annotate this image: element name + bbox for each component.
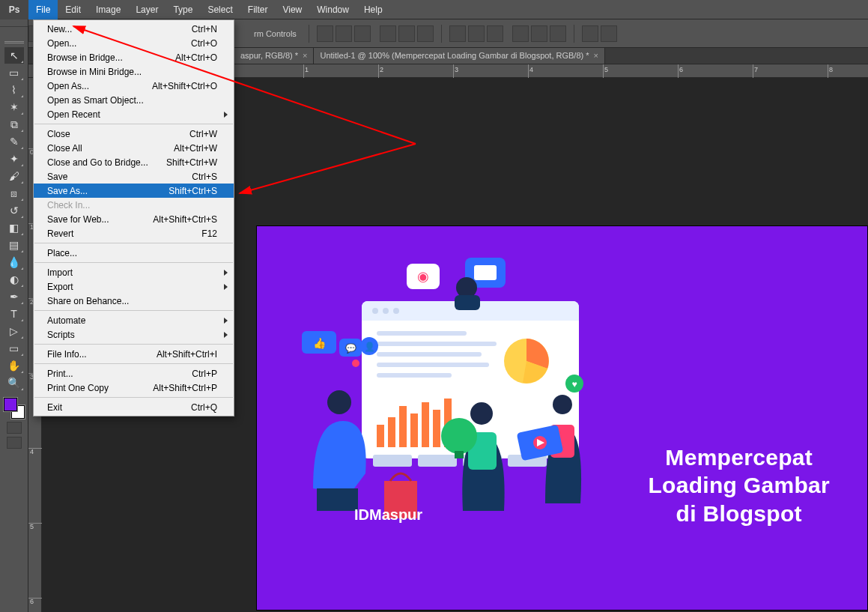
menu-item-import[interactable]: Import bbox=[34, 265, 234, 279]
pen-tool[interactable]: ✒ bbox=[4, 288, 24, 305]
svg-rect-9 bbox=[377, 363, 489, 367]
distribute-icon[interactable] bbox=[512, 25, 529, 42]
lasso-tool[interactable]: ⌇ bbox=[4, 82, 24, 98]
eraser-tool[interactable]: ◧ bbox=[4, 219, 24, 236]
dodge-tool[interactable]: ◐ bbox=[4, 271, 24, 288]
align-center-h-icon[interactable] bbox=[336, 25, 352, 42]
menu-item-new[interactable]: New...Ctrl+N bbox=[34, 22, 234, 36]
align-right-icon[interactable] bbox=[354, 25, 371, 42]
file-menu-dropdown[interactable]: New...Ctrl+NOpen...Ctrl+OBrowse in Bridg… bbox=[33, 19, 234, 416]
menu-image[interactable]: Image bbox=[88, 0, 128, 19]
quick-mask-button[interactable] bbox=[7, 422, 22, 434]
menu-separator bbox=[34, 363, 233, 364]
toolbox: ↖▭⌇✶⧉✎✦🖌⧇↺◧▤💧◐✒T▷▭✋🔍 bbox=[0, 19, 28, 612]
eyedropper-tool[interactable]: ✎ bbox=[4, 133, 24, 150]
menu-item-file-info[interactable]: File Info...Alt+Shift+Ctrl+I bbox=[34, 347, 234, 361]
flyout-triangle-icon bbox=[21, 95, 23, 97]
menu-item-save-for-web[interactable]: Save for Web...Alt+Shift+Ctrl+S bbox=[34, 212, 234, 226]
distribute-icon[interactable] bbox=[449, 25, 466, 42]
hand-tool[interactable]: ✋ bbox=[4, 357, 24, 374]
marquee-tool[interactable]: ▭ bbox=[4, 64, 24, 81]
menu-item-open-recent[interactable]: Open Recent bbox=[34, 107, 234, 121]
svg-rect-26 bbox=[474, 265, 497, 280]
menu-item-open[interactable]: Open...Ctrl+O bbox=[34, 36, 234, 50]
flyout-triangle-icon bbox=[21, 112, 23, 115]
menu-item-scripts[interactable]: Scripts bbox=[34, 327, 234, 342]
color-swatches[interactable] bbox=[4, 398, 25, 419]
distribute-icon[interactable] bbox=[487, 25, 503, 42]
menu-filter[interactable]: Filter bbox=[240, 0, 276, 19]
menu-file[interactable]: File bbox=[28, 0, 58, 19]
screen-mode-button[interactable] bbox=[7, 437, 22, 449]
shape-tool[interactable]: ▭ bbox=[4, 340, 24, 357]
menu-type[interactable]: Type bbox=[166, 0, 200, 19]
history-brush-tool[interactable]: ↺ bbox=[4, 202, 24, 219]
menu-item-label: Check In... bbox=[47, 200, 90, 210]
document-tab[interactable]: Untitled-1 @ 100% (Mempercepat Loading G… bbox=[314, 48, 605, 64]
menu-item-label: Share on Behance... bbox=[47, 296, 129, 306]
align-center-v-icon[interactable] bbox=[398, 25, 415, 42]
menu-item-open-as-smart-object[interactable]: Open as Smart Object... bbox=[34, 93, 234, 107]
menu-help[interactable]: Help bbox=[356, 0, 390, 19]
menu-item-export[interactable]: Export bbox=[34, 279, 234, 294]
menu-item-accelerator: Shift+Ctrl+S bbox=[169, 186, 217, 196]
menu-item-automate[interactable]: Automate bbox=[34, 313, 234, 327]
menu-item-close[interactable]: CloseCtrl+W bbox=[34, 127, 234, 141]
menu-item-save-as[interactable]: Save As...Shift+Ctrl+S bbox=[34, 184, 234, 198]
distribute-icon[interactable] bbox=[550, 25, 566, 42]
menu-item-browse-in-mini-bridge[interactable]: Browse in Mini Bridge... bbox=[34, 64, 234, 79]
distribute-icon[interactable] bbox=[468, 25, 485, 42]
menu-item-place[interactable]: Place... bbox=[34, 246, 234, 260]
menu-separator bbox=[34, 262, 233, 263]
menu-item-share-on-behance[interactable]: Share on Behance... bbox=[34, 294, 234, 308]
move-tool[interactable]: ↖ bbox=[4, 47, 24, 64]
separator bbox=[309, 25, 309, 43]
gradient-tool[interactable]: ▤ bbox=[4, 237, 24, 253]
menu-layer[interactable]: Layer bbox=[128, 0, 166, 19]
svg-point-42 bbox=[456, 277, 477, 298]
menu-item-close-all[interactable]: Close AllAlt+Ctrl+W bbox=[34, 141, 234, 155]
menu-view[interactable]: View bbox=[275, 0, 309, 19]
svg-point-49 bbox=[352, 360, 359, 367]
menu-item-exit[interactable]: ExitCtrl+Q bbox=[34, 400, 234, 414]
clone-stamp-tool[interactable]: ⧇ bbox=[4, 185, 24, 202]
svg-rect-17 bbox=[433, 410, 440, 447]
close-icon[interactable]: × bbox=[303, 51, 307, 60]
type-tool[interactable]: T bbox=[4, 306, 24, 322]
arrange-icon[interactable] bbox=[601, 25, 617, 42]
menu-item-print-one-copy[interactable]: Print One CopyAlt+Shift+Ctrl+P bbox=[34, 381, 234, 395]
align-bottom-icon[interactable] bbox=[417, 25, 434, 42]
blur-tool[interactable]: 💧 bbox=[4, 254, 24, 270]
crop-tool[interactable]: ⧉ bbox=[4, 116, 24, 133]
brush-tool[interactable]: 🖌 bbox=[4, 168, 24, 184]
menu-select[interactable]: Select bbox=[200, 0, 240, 19]
menu-item-save[interactable]: SaveCtrl+S bbox=[34, 169, 234, 184]
magic-wand-tool[interactable]: ✶ bbox=[4, 99, 24, 115]
menu-item-open-as[interactable]: Open As...Alt+Shift+Ctrl+O bbox=[34, 79, 234, 93]
menu-window[interactable]: Window bbox=[309, 0, 356, 19]
zoom-tool[interactable]: 🔍 bbox=[4, 375, 24, 391]
menu-item-label: Close All bbox=[47, 143, 82, 154]
close-icon[interactable]: × bbox=[594, 51, 598, 60]
healing-brush-tool[interactable]: ✦ bbox=[4, 151, 24, 167]
align-left-icon[interactable] bbox=[317, 25, 333, 42]
flyout-triangle-icon bbox=[21, 250, 23, 252]
document-tab[interactable]: aspur, RGB/8) * × bbox=[234, 48, 314, 64]
flyout-triangle-icon bbox=[21, 302, 23, 304]
panel-grip[interactable] bbox=[0, 19, 28, 27]
tool-icon: ⧉ bbox=[10, 118, 18, 131]
menu-item-close-and-go-to-bridge[interactable]: Close and Go to Bridge...Shift+Ctrl+W bbox=[34, 155, 234, 169]
path-selection-tool[interactable]: ▷ bbox=[4, 323, 24, 339]
artboard[interactable]: ◉ 👍 💬 👤 ♥ bbox=[257, 226, 867, 610]
separator bbox=[441, 25, 442, 43]
menu-item-revert[interactable]: RevertF12 bbox=[34, 226, 234, 240]
align-top-icon[interactable] bbox=[380, 25, 396, 42]
menu-separator bbox=[34, 344, 233, 345]
menu-item-browse-in-bridge[interactable]: Browse in Bridge...Alt+Ctrl+O bbox=[34, 50, 234, 64]
submenu-arrow-icon bbox=[224, 270, 228, 276]
foreground-color-swatch[interactable] bbox=[4, 398, 17, 411]
distribute-icon[interactable] bbox=[531, 25, 547, 42]
menu-item-print[interactable]: Print...Ctrl+P bbox=[34, 366, 234, 381]
menu-edit[interactable]: Edit bbox=[58, 0, 88, 19]
arrange-icon[interactable] bbox=[582, 25, 598, 42]
